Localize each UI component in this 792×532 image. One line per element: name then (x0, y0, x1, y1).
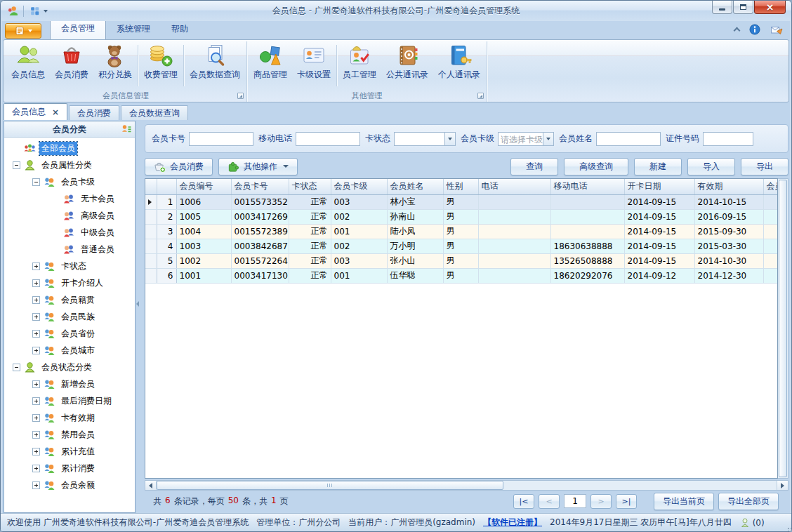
grid-cell[interactable]: 男 (443, 253, 478, 268)
grid-cell[interactable]: 2014-09-12 (624, 268, 694, 283)
grid-cell[interactable] (478, 268, 550, 283)
grid-cell[interactable] (478, 253, 550, 268)
scroll-left-button[interactable] (145, 481, 157, 490)
export-current-page-button[interactable]: 导出当前页 (654, 493, 714, 510)
id-number-input[interactable] (703, 132, 753, 146)
tree-item-no-card-member[interactable]: 无卡会员 (4, 190, 135, 207)
staff-management-button[interactable]: 员工管理 (338, 42, 381, 81)
table-row[interactable]: 3 1004 0015572389 正常 001 陆小凤 男 2014-09-1… (145, 224, 778, 239)
collapse-icon[interactable] (13, 364, 20, 371)
new-button[interactable]: 新建 (634, 158, 682, 175)
dialog-launcher-icon[interactable] (477, 93, 484, 99)
expand-icon[interactable] (32, 313, 40, 321)
column-header[interactable]: 会员 (763, 179, 778, 194)
feedback-send-icon[interactable] (770, 24, 783, 35)
collapse-icon[interactable] (32, 178, 40, 186)
grid-cell[interactable]: 18620292076 (550, 268, 624, 283)
grid-cell[interactable]: 男 (443, 194, 478, 209)
tree-item-last-consume-date[interactable]: 最后消费日期 (4, 392, 135, 409)
advanced-query-button[interactable]: 高级查询 (564, 158, 628, 175)
tree-item-status-category[interactable]: 会员状态分类 (4, 359, 135, 375)
tree-item-all-members[interactable]: 全部会员 (4, 140, 135, 157)
tree-item-member-city[interactable]: 会员城市 (4, 342, 135, 359)
consume-button[interactable]: 会员消费 (145, 158, 213, 175)
grid-cell[interactable]: 1004 (176, 224, 231, 239)
tree-item-card-level[interactable]: 会员卡级 (4, 173, 135, 190)
grid-cell[interactable]: 0003417269 (231, 209, 289, 224)
expand-icon[interactable] (32, 397, 40, 405)
expand-icon[interactable] (32, 465, 40, 472)
grid-cell[interactable]: 001 (331, 268, 387, 283)
column-header[interactable]: 会员卡级 (331, 179, 387, 194)
grid-cell[interactable]: 0003842687 (231, 239, 289, 253)
grid-cell[interactable]: 13526508888 (550, 253, 624, 268)
grid-cell[interactable] (763, 268, 778, 283)
card-level-select[interactable]: 请选择卡级 (498, 132, 554, 146)
points-exchange-button[interactable]: 积分兑换 (93, 42, 137, 81)
grid-cell[interactable]: 1006 (176, 194, 231, 209)
tree-item-member-balance[interactable]: 会员余额 (4, 477, 135, 493)
expand-icon[interactable] (32, 262, 40, 270)
tree-item-disabled-members[interactable]: 禁用会员 (4, 426, 135, 443)
grid-cell[interactable]: 林小宝 (387, 194, 443, 209)
grid-cell[interactable]: 0003417130 (231, 268, 289, 283)
expand-icon[interactable] (32, 431, 40, 439)
grid-cell[interactable]: 1001 (176, 268, 231, 283)
expand-icon[interactable] (32, 448, 40, 455)
expand-icon[interactable] (32, 296, 40, 304)
grid-cell[interactable]: 2014-10-30 (694, 253, 763, 268)
first-page-button[interactable]: |< (513, 494, 534, 509)
grid-cell[interactable]: 18630638888 (550, 239, 624, 253)
close-button[interactable]: × (754, 1, 786, 14)
close-tab-icon[interactable]: × (52, 108, 59, 117)
tree-item-new-members[interactable]: 新增会员 (4, 375, 135, 392)
tree-item-card-status[interactable]: 卡状态 (4, 258, 135, 274)
grid-cell[interactable]: 孙南山 (387, 209, 443, 224)
tree-item-member-province[interactable]: 会员省份 (4, 325, 135, 342)
member-name-input[interactable] (596, 132, 661, 146)
horizontal-scrollbar-thumb[interactable] (157, 481, 503, 490)
grid-cell[interactable]: 003 (331, 194, 387, 209)
doc-tab-member-data-query[interactable]: 会员数据查询 (121, 105, 188, 120)
grid-cell[interactable] (763, 239, 778, 253)
ribbon-tab-system-management[interactable]: 系统管理 (106, 20, 161, 39)
table-row[interactable]: 2 1005 0003417269 正常 002 孙南山 男 2014-09-1… (145, 209, 778, 224)
grid-cell[interactable]: 男 (443, 224, 478, 239)
tree-item-total-consume[interactable]: 累计消费 (4, 460, 135, 477)
grid-cell[interactable]: 1005 (176, 209, 231, 224)
minimize-button[interactable] (712, 1, 732, 14)
import-button[interactable]: 导入 (687, 158, 735, 175)
member-info-button[interactable]: 会员信息 (6, 42, 50, 81)
grid-cell[interactable]: 男 (443, 209, 478, 224)
table-row[interactable]: 5 1002 0015572264 正常 003 张小山 男 135265088… (145, 253, 778, 268)
grid-cell[interactable] (478, 194, 550, 209)
previous-page-button[interactable]: < (539, 494, 560, 509)
sidebar-splitter[interactable] (136, 121, 140, 513)
doc-tab-member-consume[interactable]: 会员消费 (69, 105, 119, 120)
dialog-launcher-icon[interactable] (237, 93, 244, 99)
vertical-scrollbar-thumb[interactable] (779, 180, 787, 477)
grid-cell[interactable]: 万小明 (387, 239, 443, 253)
scroll-right-button[interactable] (777, 481, 788, 490)
member-data-query-button[interactable]: 会员数据查询 (185, 42, 245, 81)
last-page-button[interactable]: >| (616, 494, 637, 509)
table-row[interactable]: 1 1006 0015573352 正常 003 林小宝 男 2014-09-1… (145, 194, 778, 209)
grid-cell[interactable]: 伍华聪 (387, 268, 443, 283)
grid-cell[interactable] (478, 209, 550, 224)
resize-grip-icon[interactable] (788, 528, 789, 529)
table-row[interactable]: 6 1001 0003417130 正常 001 伍华聪 男 186202920… (145, 268, 778, 283)
tree-item-card-introducer[interactable]: 开卡介绍人 (4, 274, 135, 291)
grid-cell[interactable] (550, 224, 624, 239)
table-row[interactable]: 4 1003 0003842687 正常 002 万小明 男 186306388… (145, 239, 778, 253)
card-status-select[interactable] (394, 132, 456, 146)
tree-item-attribute-category[interactable]: 会员属性分类 (4, 157, 135, 173)
column-header[interactable]: 卡状态 (289, 179, 331, 194)
doc-tab-member-info[interactable]: 会员信息 × (4, 103, 67, 120)
expand-icon[interactable] (32, 347, 40, 354)
grid-cell[interactable]: 0015573352 (231, 194, 289, 209)
grid-cell[interactable]: 张小山 (387, 253, 443, 268)
column-header[interactable]: 开卡日期 (624, 179, 694, 194)
query-button[interactable]: 查询 (510, 158, 558, 175)
grid-cell[interactable]: 2015-09-30 (694, 224, 763, 239)
grid-cell[interactable]: 正常 (289, 239, 331, 253)
